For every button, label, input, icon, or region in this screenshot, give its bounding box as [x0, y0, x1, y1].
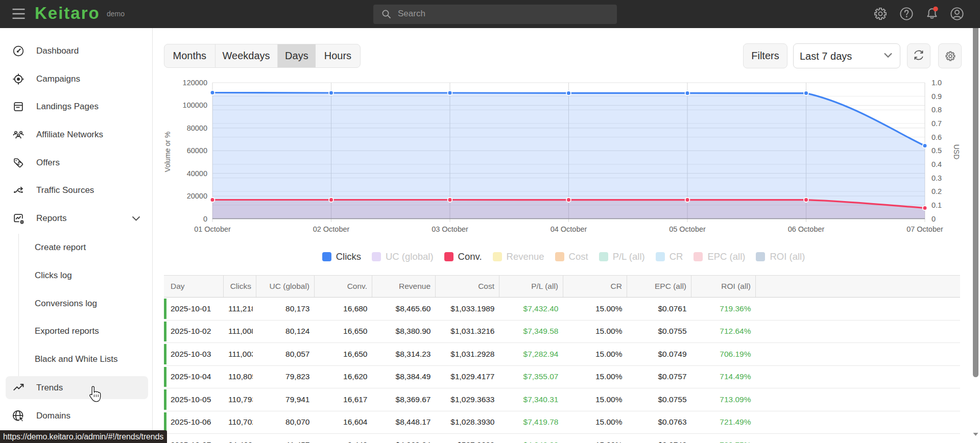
svg-text:0.9: 0.9 — [931, 92, 942, 101]
svg-text:0.3: 0.3 — [931, 174, 942, 182]
svg-text:07 October: 07 October — [906, 225, 943, 233]
svg-text:60000: 60000 — [187, 146, 207, 155]
svg-text:0.5: 0.5 — [931, 146, 942, 155]
svg-text:0.1: 0.1 — [931, 201, 942, 209]
svg-text:120000: 120000 — [183, 79, 207, 87]
svg-text:0.4: 0.4 — [931, 160, 942, 168]
svg-text:1.0: 1.0 — [931, 79, 942, 87]
svg-text:100000: 100000 — [183, 101, 207, 109]
svg-text:0: 0 — [931, 215, 936, 223]
svg-text:0.6: 0.6 — [931, 133, 942, 141]
svg-text:40000: 40000 — [187, 169, 207, 178]
svg-text:Volume or %: Volume or % — [163, 132, 172, 172]
svg-text:USD: USD — [952, 144, 961, 160]
svg-text:0: 0 — [203, 215, 207, 223]
svg-text:02 October: 02 October — [313, 225, 350, 233]
svg-text:05 October: 05 October — [669, 225, 706, 233]
svg-text:03 October: 03 October — [432, 225, 468, 233]
svg-text:20000: 20000 — [187, 192, 207, 200]
svg-text:0.7: 0.7 — [931, 119, 942, 128]
svg-text:0.8: 0.8 — [931, 106, 942, 114]
svg-text:06 October: 06 October — [788, 225, 825, 233]
svg-text:01 October: 01 October — [194, 225, 231, 233]
svg-text:0.2: 0.2 — [931, 187, 942, 195]
svg-text:80000: 80000 — [187, 124, 207, 132]
svg-text:04 October: 04 October — [551, 225, 587, 233]
